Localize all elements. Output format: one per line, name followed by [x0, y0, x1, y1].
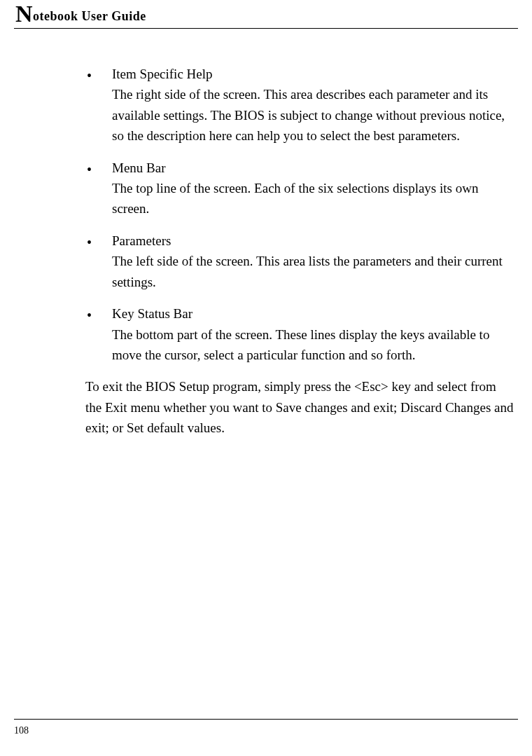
page-header: Notebook User Guide: [14, 0, 518, 29]
bullet-item: • Parameters The left side of the screen…: [14, 231, 518, 292]
bullet-icon: •: [87, 308, 92, 322]
bullet-body: The right side of the screen. This area …: [14, 84, 518, 146]
page-footer: 108: [14, 719, 518, 736]
closing-paragraph: To exit the BIOS Setup program, simply p…: [14, 376, 518, 438]
bullet-icon: •: [87, 69, 92, 83]
page: Notebook User Guide • Item Specific Help…: [0, 0, 532, 756]
page-number: 108: [14, 725, 29, 736]
header-title-rest: otebook User Guide: [33, 9, 146, 23]
bullet-body: The left side of the screen. This area l…: [14, 251, 518, 292]
bullet-body: The bottom part of the screen. These lin…: [14, 324, 518, 366]
bullet-item: • Item Specific Help The right side of t…: [14, 64, 518, 146]
header-dropcap: N: [15, 1, 33, 27]
bullet-item: • Menu Bar The top line of the screen. E…: [14, 158, 518, 219]
header-title: Notebook User Guide: [15, 6, 518, 24]
bullet-icon: •: [87, 163, 92, 177]
content-area: • Item Specific Help The right side of t…: [0, 29, 532, 439]
bullet-body: The top line of the screen. Each of the …: [14, 178, 518, 219]
bullet-item: • Key Status Bar The bottom part of the …: [14, 303, 518, 365]
bullet-icon: •: [87, 235, 92, 249]
